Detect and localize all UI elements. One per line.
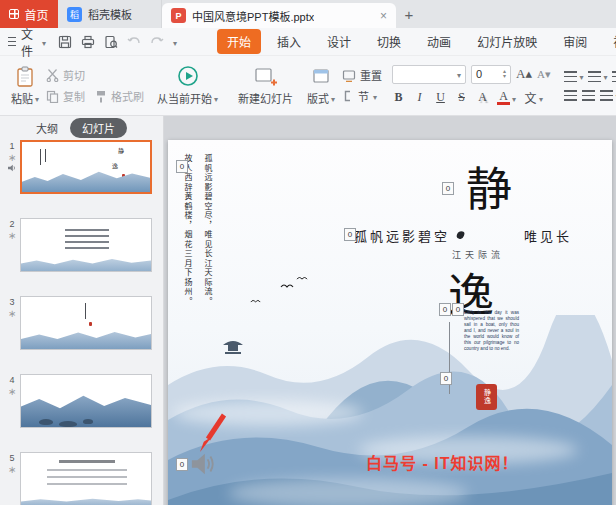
print-button[interactable] — [81, 35, 95, 49]
layout-icon — [312, 66, 330, 87]
play-from-current-button[interactable]: 从当前开始 — [150, 59, 225, 112]
red-seal-stamp[interactable]: 静逸 — [476, 384, 497, 410]
slide-2-thumbnail[interactable] — [20, 218, 152, 272]
slide-item-4[interactable]: 4 — [4, 374, 163, 428]
ribbon-tab-slideshow[interactable]: 幻灯片放映 — [467, 29, 547, 54]
slide-item-5[interactable]: 5 — [4, 452, 163, 505]
thumb-char: 逸 — [112, 163, 118, 169]
font-color-button[interactable]: A — [497, 90, 510, 106]
align-left-icon — [564, 90, 577, 101]
strikethrough-button[interactable]: S — [455, 90, 468, 105]
tab-outline[interactable]: 大纲 — [36, 120, 58, 136]
slide-1-thumbnail[interactable]: 静 逸 — [20, 140, 152, 194]
align-right-button[interactable] — [600, 88, 616, 102]
cut-scissors-icon — [46, 68, 59, 82]
red-annotation-arrow — [194, 412, 228, 456]
decrease-font-size-button[interactable]: A▾ — [537, 68, 550, 81]
align-center-button[interactable] — [582, 90, 595, 101]
audio-indicator-icon — [8, 164, 16, 174]
redo-button[interactable] — [150, 36, 164, 48]
animation-order-badge[interactable]: 0 — [440, 372, 452, 385]
play-from-current-label: 从当前开始 — [157, 90, 212, 106]
align-center-icon — [582, 90, 595, 101]
ribbon-tab-design[interactable]: 设计 — [317, 29, 361, 54]
slide-canvas[interactable]: 故人西辞黄鹤楼，烟花三月下扬州。 孤帆远影碧空尽，唯见长江天际流。 静 逸 孤帆… — [168, 140, 612, 505]
text-shadow-button[interactable]: A — [476, 90, 489, 105]
font-size-spinner[interactable]: ▴▾ — [503, 69, 506, 79]
docer-tab-label: 稻壳模板 — [88, 6, 132, 22]
home-icon — [9, 9, 19, 19]
font-color-caret-icon — [512, 91, 516, 105]
copy-button[interactable]: 复制 — [46, 88, 85, 104]
numbering-icon — [588, 71, 601, 82]
ribbon-tab-review[interactable]: 审阅 — [553, 29, 597, 54]
slide-4-thumbnail[interactable] — [20, 374, 152, 428]
ribbon-tab-view[interactable]: 视图 — [603, 29, 616, 54]
copy-label: 复制 — [63, 88, 85, 104]
underline-button[interactable]: U — [434, 90, 447, 105]
slide-number: 5 — [9, 453, 14, 463]
bird-icon — [280, 282, 294, 288]
cut-button[interactable]: 剪切 — [46, 67, 144, 83]
ribbon-tab-insert[interactable]: 插入 — [267, 29, 311, 54]
hamburger-icon — [8, 37, 16, 46]
tab-presentation-file[interactable]: 中国风意境PPT模板.pptx × — [162, 3, 396, 28]
animation-order-badge[interactable]: 0 — [176, 458, 188, 471]
undo-button[interactable] — [127, 36, 141, 48]
animation-order-badge[interactable]: 0 — [176, 160, 188, 173]
bold-button[interactable]: B — [392, 90, 405, 105]
bird-icon — [296, 275, 308, 280]
animation-order-badge[interactable]: 0 — [442, 182, 454, 195]
file-menu-button[interactable]: 文件 — [8, 25, 46, 59]
ribbon-toolbar: 粘贴 剪切 复制 格式刷 从当前开始 新建幻灯片 版式 — [0, 56, 616, 116]
caption-left-text[interactable]: 孤帆远影碧空 — [354, 226, 450, 245]
caption-sub-text[interactable]: 江天际流 — [452, 248, 504, 261]
transition-star-icon — [8, 386, 16, 397]
slide-5-thumbnail[interactable] — [20, 452, 152, 505]
italic-button[interactable]: I — [413, 90, 426, 105]
save-button[interactable] — [58, 35, 72, 49]
numbering-button[interactable] — [588, 69, 607, 83]
section-button[interactable]: 节 — [342, 88, 382, 104]
ribbon-tab-animation[interactable]: 动画 — [417, 29, 461, 54]
slide-3-thumbnail[interactable] — [20, 296, 152, 350]
thumb-mountains — [21, 496, 151, 505]
new-tab-button[interactable]: + — [396, 0, 422, 28]
animation-order-badge[interactable]: 0 — [452, 303, 464, 316]
close-tab-icon[interactable]: × — [380, 9, 387, 23]
increase-font-size-button[interactable]: A▴ — [516, 66, 532, 82]
format-painter-button[interactable]: 格式刷 — [95, 88, 144, 104]
font-family-combobox[interactable] — [392, 65, 466, 84]
text-tool-caret-icon — [539, 91, 543, 105]
align-left-button[interactable] — [564, 90, 577, 101]
slide-item-3[interactable]: 3 — [4, 296, 163, 350]
animation-order-badge[interactable]: 0 — [344, 228, 356, 241]
poem-text-column-1[interactable]: 故人西辞黄鹤楼，烟花三月下扬州。 — [182, 154, 193, 322]
font-size-combobox[interactable]: 0 ▴▾ — [471, 65, 511, 84]
titlebar: 首页 稻壳模板 中国风意境PPT模板.pptx × + — [0, 0, 616, 28]
thumb-char: 静 — [118, 148, 124, 154]
customize-toolbar-caret-icon[interactable] — [173, 35, 177, 49]
line-spacing-button[interactable] — [612, 69, 616, 83]
text-tool-button[interactable]: 文 — [524, 89, 537, 107]
paste-button[interactable]: 粘贴 — [4, 59, 46, 112]
title-char-jing[interactable]: 静 — [466, 166, 512, 212]
new-slide-button[interactable]: 新建幻灯片 — [231, 59, 300, 112]
ribbon-tab-home[interactable]: 开始 — [217, 29, 261, 54]
reset-button[interactable]: 重置 — [342, 67, 382, 83]
pavilion-icon — [222, 338, 244, 356]
slide-item-1[interactable]: 1 静 逸 — [4, 140, 163, 194]
slide-editor-canvas[interactable]: 故人西辞黄鹤楼，烟花三月下扬州。 孤帆远影碧空尽，唯见长江天际流。 静 逸 孤帆… — [164, 116, 616, 505]
ribbon-tab-transitions[interactable]: 切换 — [367, 29, 411, 54]
caption-right-text[interactable]: 唯见长 — [524, 226, 572, 245]
english-poem-text[interactable]: Early in the day it was whispered that w… — [464, 310, 519, 352]
tab-docer-templates[interactable]: 稻壳模板 — [58, 0, 162, 28]
copy-icon — [46, 90, 59, 103]
tab-slides[interactable]: 幻灯片 — [70, 118, 127, 138]
print-preview-button[interactable] — [104, 35, 118, 49]
layout-button[interactable]: 版式 — [300, 59, 342, 112]
slide-item-2[interactable]: 2 — [4, 218, 163, 272]
poem-text-column-2[interactable]: 孤帆远影碧空尽，唯见长江天际流。 — [202, 154, 213, 322]
animation-order-badge[interactable]: 0 — [439, 303, 451, 316]
bullets-button[interactable] — [564, 69, 583, 83]
